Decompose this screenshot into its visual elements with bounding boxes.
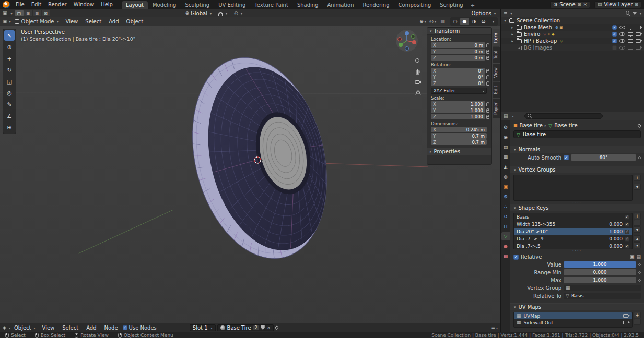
- disable-render-icon[interactable]: [636, 26, 641, 29]
- viewport-editor-type-icon[interactable]: [3, 11, 7, 16]
- hide-viewport-icon[interactable]: [619, 39, 625, 43]
- fake-user-shield-icon[interactable]: [261, 325, 265, 330]
- remove-shape-key-button[interactable]: −: [634, 220, 641, 226]
- properties-tab-material[interactable]: ●: [501, 242, 510, 250]
- properties-tab-particles[interactable]: ∴: [501, 202, 510, 211]
- show-gizmo-icon[interactable]: ⊕▾: [418, 18, 427, 25]
- properties-collapsed-panel[interactable]: ▸ Properties: [427, 148, 491, 155]
- auto-smooth-checkbox[interactable]: [564, 155, 569, 160]
- properties-tab-tool[interactable]: ⚙: [501, 123, 510, 131]
- shape-key-edit-mode-icon[interactable]: [630, 255, 635, 259]
- disable-viewport-icon[interactable]: [628, 46, 633, 50]
- expand-icon[interactable]: ▸: [510, 32, 514, 37]
- measure-tool[interactable]: ∠: [4, 111, 15, 121]
- outliner-type-dropdown-icon[interactable]: ▾: [511, 11, 512, 15]
- select-box-tool[interactable]: ↖: [4, 30, 15, 41]
- dimensions-x-field[interactable]: X0.245 m: [431, 127, 487, 132]
- active-render-icon[interactable]: [623, 321, 628, 324]
- shape-key-value-slider[interactable]: 1.000: [564, 261, 636, 268]
- shading-solid-icon[interactable]: ●: [460, 18, 469, 25]
- shader-menu-select[interactable]: Select: [59, 324, 81, 331]
- collection-name[interactable]: HP i Back-up: [524, 38, 557, 44]
- expand-icon[interactable]: ▸: [510, 26, 514, 30]
- move-tool[interactable]: +: [4, 53, 15, 64]
- properties-tab-view-layer[interactable]: ▦: [501, 153, 510, 161]
- select-set-button[interactable]: ▢: [15, 10, 24, 16]
- lock-scale-x-icon[interactable]: [486, 104, 489, 106]
- outliner-row-bg-images[interactable]: BG Images: [501, 44, 644, 51]
- dimensions-z-field[interactable]: Z0.7 m: [431, 139, 487, 145]
- range-min-field[interactable]: 0.000: [564, 269, 636, 275]
- snapping-dropdown[interactable]: ▾: [216, 10, 229, 16]
- options-dropdown[interactable]: Options ▾: [469, 10, 498, 16]
- viewport-type-dropdown-icon[interactable]: ▾: [9, 20, 11, 23]
- viewport-type-icon[interactable]: [3, 19, 7, 24]
- add-shape-key-button[interactable]: +: [634, 213, 641, 219]
- exclude-checkbox[interactable]: [612, 39, 617, 43]
- lock-rotation-y-icon[interactable]: [486, 77, 489, 79]
- blender-logo-icon[interactable]: [3, 1, 10, 8]
- view-layer-selector[interactable]: View Layer: [594, 1, 641, 8]
- scale-x-field[interactable]: X1.000: [431, 101, 485, 107]
- properties-tab-physics[interactable]: ↺: [501, 212, 510, 221]
- properties-tab-output[interactable]: ▤: [501, 143, 510, 151]
- mesh-name-field[interactable]: ▽ Base tire: [513, 130, 641, 138]
- workspace-tab-sculpting[interactable]: Sculpting: [181, 1, 214, 9]
- properties-tab-scene[interactable]: ◭: [501, 163, 510, 171]
- shape-key-specials-button[interactable]: ▾: [634, 226, 641, 233]
- pin-id-icon[interactable]: [637, 123, 641, 127]
- scale-z-field[interactable]: Z1.000: [431, 114, 485, 119]
- workspace-tab-texture-paint[interactable]: Texture Paint: [250, 1, 292, 9]
- shader-editor-type-icon[interactable]: [3, 325, 6, 330]
- filter-icon[interactable]: [633, 12, 637, 15]
- hide-viewport-icon[interactable]: [619, 26, 625, 29]
- properties-tab-object[interactable]: ▣: [501, 183, 510, 191]
- properties-tab-modifiers[interactable]: ⚙: [501, 192, 510, 201]
- lock-rotation-z-icon[interactable]: [486, 83, 489, 86]
- workspace-tab-animation[interactable]: Animation: [323, 1, 358, 9]
- object-name[interactable]: BG Images: [524, 45, 552, 51]
- range-max-field[interactable]: 1.000: [564, 277, 636, 283]
- animate-dot-icon[interactable]: [638, 263, 641, 266]
- lock-scale-z-icon[interactable]: [486, 116, 489, 119]
- proportional-editing-dropdown[interactable]: ◎ ▾: [232, 10, 244, 16]
- workspace-tab-compositing[interactable]: Compositing: [394, 1, 436, 9]
- properties-tab-render[interactable]: ◉: [501, 133, 510, 141]
- editor-type-dropdown-icon[interactable]: ▾: [11, 11, 13, 15]
- rotation-z-field[interactable]: Z0°: [431, 80, 485, 86]
- menu-window[interactable]: Window: [71, 1, 97, 8]
- shape-key-row[interactable]: Dia .7 -> .9 0.000: [514, 235, 632, 243]
- outliner-row-base-mesh[interactable]: ▸ Base Mesh ⚙▣: [501, 24, 644, 31]
- disable-viewport-icon[interactable]: [628, 39, 633, 43]
- uv-map-row[interactable]: ▦ Sidewall Out: [514, 319, 632, 326]
- add-uv-map-button[interactable]: +: [634, 312, 641, 318]
- add-cube-tool[interactable]: ⊞: [4, 122, 15, 132]
- lock-location-y-icon[interactable]: [486, 51, 489, 54]
- collection-name[interactable]: Enviro: [524, 31, 540, 37]
- shape-key-row[interactable]: Width 135->355 0.000: [514, 221, 632, 228]
- disable-viewport-icon[interactable]: [628, 32, 633, 36]
- annotate-tool[interactable]: ✎: [4, 99, 15, 110]
- shader-menu-node[interactable]: Node: [101, 324, 121, 331]
- relative-to-field[interactable]: ▽Basis: [564, 293, 641, 299]
- menu-file[interactable]: File: [13, 1, 28, 8]
- shader-header-dropdown-icon[interactable]: ▾: [496, 326, 498, 330]
- outliner-editor-type-icon[interactable]: [504, 11, 508, 16]
- add-workspace-button[interactable]: +: [468, 2, 477, 9]
- animate-dot-icon[interactable]: [638, 156, 641, 159]
- camera-view-icon[interactable]: [413, 77, 423, 87]
- unlink-scene-icon[interactable]: [583, 2, 587, 7]
- lock-location-x-icon[interactable]: [486, 45, 489, 47]
- mode-selector[interactable]: Object Mode ▾: [12, 18, 62, 25]
- properties-type-dropdown-icon[interactable]: ▾: [512, 114, 514, 118]
- add-vertex-group-button[interactable]: +: [634, 175, 641, 181]
- dimensions-y-field[interactable]: Y0.7 m: [431, 133, 487, 139]
- hide-viewport-icon[interactable]: [619, 32, 625, 36]
- list-resize-grip[interactable]: [512, 249, 642, 252]
- animate-dot-icon[interactable]: [638, 271, 641, 274]
- search-icon[interactable]: [626, 11, 630, 16]
- shader-type-dropdown[interactable]: Object ▾: [12, 324, 38, 331]
- select-extend-button[interactable]: ⊞: [24, 10, 32, 16]
- uv-maps-panel-header[interactable]: ▾ UV Maps: [510, 303, 644, 310]
- exclude-checkbox[interactable]: [612, 32, 617, 37]
